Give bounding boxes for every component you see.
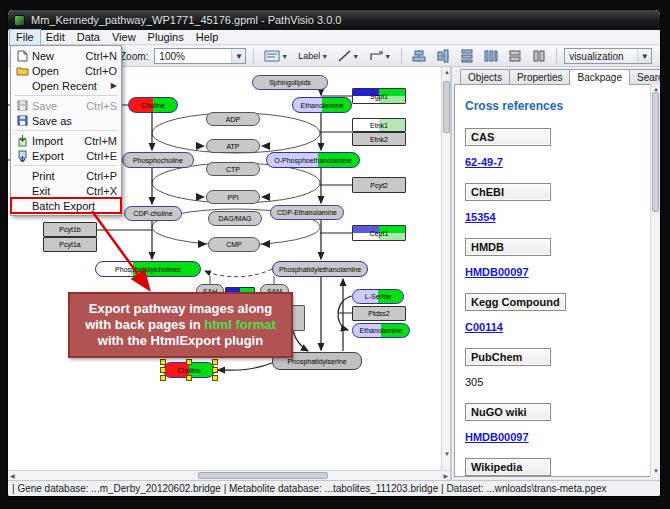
tab-properties[interactable]: Properties (509, 69, 571, 84)
node-sphingolipids[interactable]: Sphingolipids (252, 75, 328, 90)
node-ptdss2[interactable]: Ptdss2 (352, 306, 406, 321)
selection-handle[interactable] (160, 359, 166, 365)
xref-value: HMDB00097 (465, 262, 651, 280)
node-cept1[interactable]: Cept1 (352, 225, 406, 241)
common-width-icon (508, 50, 522, 62)
xref-link[interactable]: 15354 (465, 211, 496, 223)
selection-handle[interactable] (212, 375, 218, 381)
common-width-button[interactable] (505, 48, 525, 65)
node-phosphocholine[interactable]: Phosphocholine (122, 152, 194, 168)
visualization-combobox[interactable]: visualization ▼ (564, 48, 652, 64)
add-label-button[interactable]: Label ▼ (295, 48, 331, 65)
scroll-down-icon[interactable]: ▼ (653, 467, 659, 476)
xref-header[interactable]: ChEBI (465, 183, 551, 201)
node-cdp-ethanolamine[interactable]: CDP-Ethanolamine (270, 205, 344, 220)
distribute-horizontal-button[interactable] (481, 48, 501, 65)
xref-link[interactable]: 62-49-7 (465, 156, 503, 168)
xref-link[interactable]: HMDB00097 (465, 431, 529, 443)
title-bar[interactable]: Mm_Kennedy_pathway_WP1771_45176.gpml - P… (8, 10, 660, 30)
node-label: Phosphocholine (133, 157, 183, 164)
file-menu-item-save-as[interactable]: Save as (11, 113, 121, 128)
selection-handle[interactable] (160, 375, 166, 381)
node-etnk1[interactable]: Etnk1 (352, 118, 406, 132)
node-phosphatidylethanolamine[interactable]: Phosphatidylethanolamine (272, 261, 368, 277)
toolbar-separator (253, 48, 254, 64)
file-menu-item-new[interactable]: NewCtrl+N (11, 48, 121, 63)
menu-file[interactable]: File (10, 30, 40, 45)
file-menu-item-batch-export[interactable]: Batch Export (11, 198, 121, 213)
selection-handle[interactable] (160, 367, 166, 373)
file-menu-item-export[interactable]: ExportCtrl+E (11, 148, 121, 163)
node-sgpl1[interactable]: Sgpl1 (352, 88, 406, 104)
selection-handle[interactable] (186, 375, 192, 381)
node-ethanolamine[interactable]: Ethanolamine (352, 323, 410, 338)
xref-link[interactable]: C00114 (465, 321, 503, 333)
node-etnk2[interactable]: Etnk2 (352, 132, 406, 146)
align-center-y-button[interactable] (433, 48, 453, 65)
align-center-x-button[interactable] (409, 48, 429, 65)
canvas-vertical-scrollbar[interactable]: ▲ ▼ (441, 67, 450, 470)
tab-objects[interactable]: Objects (460, 69, 510, 84)
node-pcyt2[interactable]: Pcyt2 (352, 177, 406, 193)
selection-handle[interactable] (212, 359, 218, 365)
xref-header[interactable]: HMDB (465, 238, 551, 256)
menu-edit[interactable]: Edit (40, 30, 71, 45)
app-icon (14, 15, 25, 26)
chevron-down-icon[interactable]: ▼ (281, 53, 288, 60)
add-datanode-button[interactable]: ▼ (261, 48, 291, 65)
node-ethanolamine[interactable]: Ethanolamine (292, 97, 352, 113)
node-ppi[interactable]: PPi (206, 190, 260, 204)
node-pcyt1b[interactable]: Pcyt1b (43, 222, 97, 237)
distribute-vertical-button[interactable] (457, 48, 477, 65)
file-menu-item-import[interactable]: ImportCtrl+M (11, 133, 121, 148)
zoom-combobox[interactable]: 100% ▼ (154, 48, 246, 64)
file-menu-item-print[interactable]: PrintCtrl+P (11, 168, 121, 183)
chevron-down-icon[interactable]: ▼ (352, 53, 359, 60)
xref-header[interactable]: CAS (465, 128, 551, 146)
node-ctp[interactable]: CTP (206, 162, 260, 176)
scrollbar-thumb[interactable] (652, 92, 659, 212)
xref-header[interactable]: PubChem (465, 348, 551, 366)
tab-search[interactable]: Search (629, 69, 660, 84)
add-line-button[interactable]: ▼ (335, 48, 362, 65)
panel-vertical-scrollbar[interactable]: ▲ ▼ (650, 84, 659, 477)
file-menu-item-open[interactable]: OpenCtrl+O (11, 63, 121, 78)
node-atp[interactable]: ATP (206, 139, 260, 153)
node-dag-mag[interactable]: DAG/MAG (208, 211, 262, 226)
canvas-horizontal-scrollbar[interactable]: ◀ ▶ (8, 470, 450, 480)
scrollbar-thumb[interactable] (443, 81, 450, 133)
node-label: Phosphatidylcholines (115, 266, 181, 273)
menu-view[interactable]: View (106, 30, 142, 45)
common-height-button[interactable] (529, 48, 549, 65)
node-choline[interactable]: Choline (128, 97, 178, 113)
xref-header[interactable]: Wikipedia (465, 458, 551, 476)
label-button-text: Label (298, 51, 320, 61)
scrollbar-thumb[interactable] (198, 472, 328, 479)
selection-handle[interactable] (212, 367, 218, 373)
tab-backpage[interactable]: Backpage (569, 69, 629, 85)
node-label: DAG/MAG (218, 215, 251, 222)
node-cdp-choline[interactable]: CDP-choline (124, 206, 182, 221)
xref-header[interactable]: Kegg Compound (465, 293, 566, 311)
menu-item-label: Save as (32, 115, 72, 127)
file-menu-item-exit[interactable]: ExitCtrl+X (11, 183, 121, 198)
node-cmp[interactable]: CMP (208, 237, 260, 252)
chevron-down-icon[interactable]: ▼ (321, 53, 328, 60)
chevron-down-icon[interactable]: ▼ (637, 49, 651, 63)
chevron-down-icon[interactable]: ▼ (231, 49, 245, 63)
add-shape-button[interactable]: ▼ (366, 48, 394, 65)
menu-help[interactable]: Help (190, 30, 225, 45)
file-menu-item-open-recent[interactable]: Open Recent▶ (11, 78, 121, 93)
selection-handle[interactable] (186, 359, 192, 365)
chevron-down-icon[interactable]: ▼ (384, 53, 391, 60)
menu-plugins[interactable]: Plugins (142, 30, 190, 45)
menu-data[interactable]: Data (71, 30, 106, 45)
node-o-phosphoethanolamine[interactable]: O-Phosphoethanolamine (266, 152, 360, 168)
node-adp[interactable]: ADP (206, 112, 260, 126)
file-menu-item-save[interactable]: SaveCtrl+S (11, 98, 121, 113)
node-pcyt1a[interactable]: Pcyt1a (43, 237, 97, 252)
xref-link[interactable]: HMDB00097 (465, 266, 529, 278)
xref-header[interactable]: NuGO wiki (465, 403, 551, 421)
node-phosphatidylcholines[interactable]: Phosphatidylcholines (95, 261, 201, 277)
node-l-serine[interactable]: L-Serine (352, 289, 404, 304)
